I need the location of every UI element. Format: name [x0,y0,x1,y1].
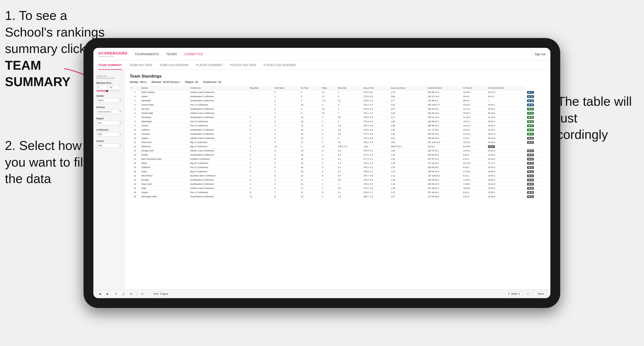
tablet-screen: SCOREBOARD Powered by clippi TOURNAMENTS… [93,48,550,298]
col-conf-rank: Conf Rank [273,86,300,90]
tab-team-h2h-grid[interactable]: TEAM H2H GRID [130,61,152,70]
logo-area: SCOREBOARD Powered by clippi [98,51,127,57]
update-time: Update time: 27/03/2024 16:56:26 [96,75,122,79]
toolbar-share-native[interactable]: ⎙ [121,292,126,296]
toolbar-share[interactable]: ↑ Share [533,292,546,296]
table-row: 5Ole MissSoutheastern Conference-3618127… [130,107,546,111]
standings-table: # School Conference Reg Rank Conf Rank N… [130,86,546,199]
filter-rou-to[interactable]: 30 [108,85,120,90]
table-row: 26Mississippi StateSoutheastern Conferen… [130,195,546,199]
filter-conference-select[interactable]: (All) ▾ [96,132,122,137]
col-no-tour: No Tour [300,86,321,90]
table-row: 12VirginiaAtlantic Coast Conference38241… [130,136,546,140]
bottom-toolbar: ◀ ▶ ↺ ⎙ ⧉ ⏱ View: Original 👁 Watch ▾ ⤢ ↑… [93,289,550,298]
table-row: 20TexasBig 12 Conference372580.7278.6 -0… [130,170,546,174]
table-row: 14OklahomaBig 12 Conference32424.1276.9 … [130,145,546,149]
table-row: 18IllinoisBig Ten Conference192311.4279.… [130,161,546,166]
table-row: 25OregonPac-12 Conference972193.1278.5 -… [130,190,546,195]
filter-school-select[interactable]: (All) ▾ [96,143,122,148]
table-row: 8WashingtonPac-12 Conference282316276.3 … [130,120,546,124]
filter-region-select[interactable]: N/A ▾ [96,121,122,125]
logo-sub: Powered by clippi [98,55,127,57]
header-right: | Sign out [531,52,546,56]
nav-teams[interactable]: TEAMS [166,52,177,56]
toolbar-resize[interactable]: ⤢ [525,292,530,296]
nav-committee[interactable]: COMMITTEE [184,52,203,56]
filter-school: School (All) ▾ [96,140,122,148]
table-row: 17East Tennessee StateSouthern Conferenc… [130,157,546,161]
table-row: 24DukeAtlantic Coast Conference592710.42… [130,186,546,190]
col-overall: Overall Record [426,86,462,90]
filter-gender-select[interactable]: Men's ▾ [96,98,122,103]
filter-division: Division NCAA Division I ▾ [96,106,122,114]
col-avg-par: Avg. to Par [362,86,390,90]
table-row: 23Texas A&MSoutheastern Conference482312… [130,182,546,186]
table-row: 4Arizona StatePac-12 Conference-12614274… [130,103,546,107]
main-content: Update time: 27/03/2024 16:56:26 Minimum… [93,70,550,289]
nav-tournaments[interactable]: TOURNAMENTS [135,52,159,56]
filter-rou-from[interactable]: 4 [96,85,107,90]
filter-slider[interactable] [96,91,122,91]
filter-division-select[interactable]: NCAA Division I ▾ [96,109,122,114]
table-filter-row: Gender: Men's Division: NCAA Division I … [130,81,546,83]
app-header: SCOREBOARD Powered by clippi TOURNAMENTS… [93,48,550,61]
filter-panel: Update time: 27/03/2024 16:56:26 Minimum… [93,70,125,289]
col-reg-rank: Reg Rank [248,86,273,90]
col-wins-adj: Wins Adj [337,86,362,90]
toolbar-clock[interactable]: ⏱ [140,292,145,296]
table-title: Team Standings [130,74,546,79]
table-row: 6Florida StateAtlantic Coast Conference-… [130,111,546,115]
toolbar-refresh[interactable]: ↺ [113,292,118,296]
table-row: 22GeorgiaSoutheastern Conference872115.8… [130,178,546,182]
col-conference: Conference [189,86,249,90]
table-row: 7TennesseeSoutheastern Conference461829.… [130,115,546,120]
filter-region: Region N/A ▾ [96,117,122,125]
table-row: 10AlabamaSoutheastern Conference582333.6… [130,128,546,132]
col-avg-low: Avg. Low Score [390,86,426,90]
tablet-device: SCOREBOARD Powered by clippi TOURNAMENTS… [84,38,560,308]
col-school: School [140,86,189,90]
table-row: 13Texas TechBig 12 Conference192723.5276… [130,140,546,145]
table-row: 9ArizonaPac-12 Conference322234.6276.3 -… [130,124,546,128]
table-area: Team Standings Gender: Men's Division: N… [125,70,550,289]
table-row: 11ArkansasSoutheastern Conference732273.… [130,132,546,136]
tab-player-summary[interactable]: PLAYER SUMMARY [196,61,223,70]
tab-team-h2h-heatmap[interactable]: TEAM H2H HEATMAP [160,61,189,70]
table-row: 1North CarolinaAtlantic Coast Conference… [130,90,546,94]
toolbar-watch[interactable]: 👁 Watch ▾ [506,292,522,296]
filter-conference: Conference (All) ▾ [96,129,122,137]
table-row: 16FloridaSoutheastern Conference792442.9… [130,153,546,157]
table-row: 3VanderbiltSoutheastern Conference-25271… [130,99,546,103]
filter-minimum-rou: Minimum Rou... 4 30 [96,82,122,91]
nav-items: TOURNAMENTS TEAMS COMMITTEE [135,52,531,56]
col-rank: # [130,86,140,90]
col-rnds: Rnds [321,86,337,90]
toolbar-forward[interactable]: ▶ [105,292,110,296]
col-vs25: Vs Top 25 [462,86,487,90]
table-row: 19CaliforniaPac-12 Conference482425.1278… [130,166,546,170]
tab-player-h2h-heatmap[interactable]: PLAYER H2H HEATMAP [264,61,296,70]
logo-text: SCOREBOARD [98,51,127,55]
toolbar-copy[interactable]: ⧉ [129,292,134,296]
tab-player-h2h-grid[interactable]: PLAYER H2H GRID [230,61,256,70]
toolbar-back[interactable]: ◀ [97,292,102,296]
table-row: 15Georgia TechAtlantic Coast Conference4… [130,149,546,153]
tab-team-summary[interactable]: TEAM SUMMARY [98,61,122,70]
filter-gender: Gender Men's ▾ [96,95,122,103]
table-row: 21New MexicoMountain West Conference1623… [130,174,546,178]
table-row: 2AuburnSoutheastern Conference-19276273.… [130,94,546,99]
sub-nav: TEAM SUMMARY TEAM H2H GRID TEAM H2H HEAT… [93,61,550,70]
sign-out-link[interactable]: Sign out [535,52,546,56]
col-vs50: Vs Top 50 Points [487,86,526,90]
toolbar-view-original[interactable]: View: Original [151,292,170,296]
